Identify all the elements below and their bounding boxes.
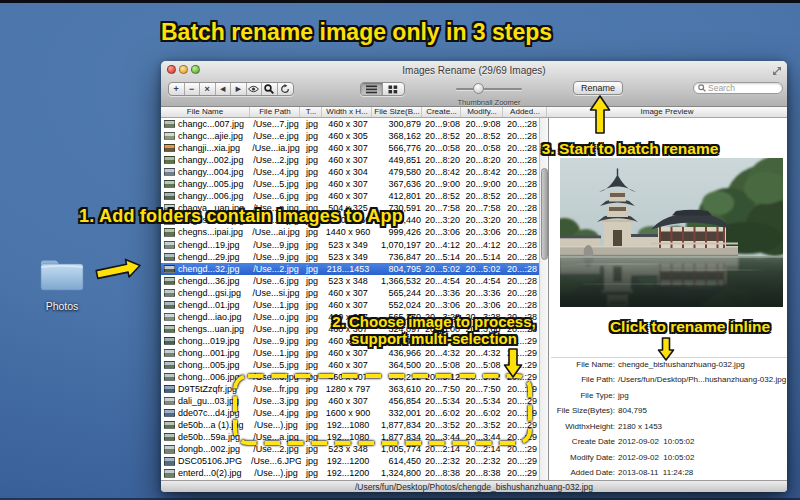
column-header[interactable]: File Name [161, 107, 250, 117]
file-added-cell: 20...:29 [504, 347, 539, 359]
file-name: chong...019.jpg [178, 335, 251, 347]
table-row[interactable]: chengd...01.jpg/Use...1.jpgjpg460 x 3075… [161, 299, 539, 311]
previous-button[interactable]: ◀ [216, 83, 232, 95]
table-row[interactable]: changy...004.jpg/Use...4.jpgjpg460 x 304… [161, 166, 539, 178]
table-row[interactable]: chengd...36.jpg/Use...6.jpgjpg523 x 3481… [161, 275, 539, 287]
file-type-cell: jpg [301, 226, 323, 238]
table-row[interactable]: chegns...ipai.jpg/Use...ai.jpgjpg1440 x … [161, 226, 539, 238]
search-field[interactable] [693, 82, 783, 94]
view-mode-segmented [360, 82, 405, 96]
metadata-value[interactable]: chengde_bishushanzhuang-032.jpg [618, 360, 786, 369]
file-dims-cell: 460 x 307 [323, 142, 373, 154]
slider-knob[interactable] [473, 83, 484, 94]
file-size-cell: 1,877,834 [373, 419, 421, 431]
column-header[interactable]: File Size(B... [373, 107, 422, 117]
file-size-cell: 552,024 [373, 299, 421, 311]
table-row[interactable]: chong...006.jpg/Use...6.jpgjpg460 x 3073… [161, 371, 539, 383]
file-name: chengs...uan.jpg [178, 323, 251, 335]
table-row[interactable]: D9T5tZzqfr.jpg/Use...fr.jpgjpg1280 x 797… [161, 383, 539, 395]
table-row[interactable]: changy...005.jpg/Use...5.jpgjpg460 x 307… [161, 178, 539, 190]
column-header[interactable]: Create... [423, 107, 461, 117]
hero-title: Batch rename image only in 3 steps [161, 19, 547, 46]
refresh-button[interactable] [278, 83, 294, 95]
column-header[interactable]: Width x H... [323, 107, 372, 117]
table-row[interactable]: DSC05106.JPG/Use...6.JPGjpg192...1200614… [161, 455, 539, 467]
file-name-cell: chengs...uan.jpg [162, 323, 251, 335]
metadata-row: File Size(Bytes):804,795 [549, 406, 788, 418]
metadata-label: Create Date [549, 437, 615, 446]
table-row[interactable]: changy...002.jpg/Use...2.jpgjpg460 x 307… [161, 154, 539, 166]
file-path-cell: /Use...2.jpg [251, 263, 301, 275]
file-path-cell: /Use...3.jpg [251, 395, 301, 407]
file-type-cell: jpg [301, 371, 323, 383]
column-header[interactable]: Modify... [462, 107, 503, 117]
grid-view-button[interactable] [383, 83, 405, 95]
add-button[interactable]: + [169, 83, 185, 95]
file-path-cell: /Use...4.jpg [251, 166, 301, 178]
file-modified-cell: 20...3:06 [462, 299, 504, 311]
file-added-cell: 20...:28 [504, 239, 539, 251]
file-thumbnail [164, 168, 175, 176]
file-thumbnail [164, 132, 175, 140]
table-row[interactable]: chengd...32.jpg/Use...2.jpgjpg218...1453… [161, 263, 539, 275]
file-created-cell: 20...8:52 [423, 130, 462, 142]
file-name: chengd...gsi.jpg [178, 287, 251, 299]
file-dims-cell: 1600 x 900 [323, 407, 373, 419]
file-size-cell: 479,580 [373, 166, 421, 178]
file-thumbnail [164, 120, 175, 128]
file-type-cell: jpg [301, 443, 323, 455]
file-thumbnail [164, 409, 175, 417]
table-row[interactable]: changy...006.jpg/Use...6.jpgjpg460 x 307… [161, 190, 539, 202]
file-created-cell: 20...3:06 [423, 226, 462, 238]
file-modified-cell: 20...2:14 [462, 443, 504, 455]
file-created-cell: 20...8:42 [423, 166, 462, 178]
list-view-button[interactable] [361, 83, 383, 95]
app-window: Images Rename (29/69 Images) +−×◀▶ [161, 61, 787, 492]
file-thumbnail [164, 265, 175, 273]
table-row[interactable]: chengd...19.jpg/Use...9.jpgjpg523 x 3491… [161, 239, 539, 251]
column-header[interactable]: Added... [504, 107, 547, 117]
remove-button[interactable]: − [185, 83, 201, 95]
table-row[interactable]: chengd...gsi.jpg/Use...si.jpgjpg460 x 30… [161, 287, 539, 299]
table-row[interactable]: dongb...002.jpg/Use...2.jpgjpg523 x 3481… [161, 443, 539, 455]
file-modified-cell: 20...2:32 [462, 455, 504, 467]
resize-grip-icon[interactable] [772, 66, 782, 76]
table-row[interactable]: enterd...0(2).jpg/Use...).jpgjpg192...12… [161, 467, 539, 479]
file-name-cell: chengd...gsi.jpg [162, 287, 251, 299]
column-header[interactable]: T... [301, 107, 322, 117]
preview-button[interactable] [247, 83, 263, 95]
table-row[interactable]: chong...001.jpg/Use...1.jpgjpg460 x 3074… [161, 347, 539, 359]
file-path-cell: /Use...).jpg [251, 467, 301, 479]
file-name: enterd...0(2).jpg [178, 467, 251, 479]
table-row[interactable]: dali_gu...03.jpg/Use...3.jpgjpg460 x 307… [161, 395, 539, 407]
table-row[interactable]: chengd...29.jpg/Use...9.jpgjpg523 x 3497… [161, 251, 539, 263]
rename-button[interactable]: Rename [573, 81, 623, 95]
column-header[interactable]: File Path [251, 107, 300, 117]
table-row[interactable]: de50b...59a.jpg/Use...a.jpgjpg192...1080… [161, 431, 539, 443]
metadata-row: File Type:jpg [549, 391, 788, 403]
thumbnail-zoom-slider[interactable] [456, 82, 522, 96]
table-row[interactable]: dde07c...d4.jpg/Use...4.jpgjpg1600 x 900… [161, 407, 539, 419]
file-thumbnail [164, 373, 175, 381]
table-row[interactable]: chong...005.jpg/Use...5.jpgjpg460 x 3073… [161, 359, 539, 371]
file-added-cell: 20...:28 [504, 275, 539, 287]
file-name: DSC05106.JPG [178, 455, 251, 467]
delete-button[interactable]: × [200, 83, 216, 95]
table-row[interactable]: changc...ajie.jpg/Use...e.jpgjpg460 x 30… [161, 130, 539, 142]
next-button[interactable]: ▶ [231, 83, 247, 95]
table-row[interactable]: de50b...a (1).jpg/Use...).jpgjpg192...10… [161, 419, 539, 431]
table-scrollbar[interactable] [539, 118, 548, 480]
desktop-folder[interactable]: Photos [36, 256, 88, 312]
scrollbar-thumb[interactable] [541, 168, 548, 260]
search-input[interactable] [706, 83, 776, 93]
file-name: chengd...19.jpg [178, 239, 251, 251]
file-modified-cell: 20...7:50 [462, 383, 504, 395]
file-size-cell: 736,847 [373, 251, 421, 263]
file-path-cell: /Use...2.jpg [251, 154, 301, 166]
file-created-cell: 20...2:14 [423, 443, 462, 455]
file-dims-cell: 192...1080 [323, 419, 373, 431]
file-thumbnail [164, 361, 175, 369]
inspect-button[interactable] [262, 83, 278, 95]
table-row[interactable]: changc...007.jpg/Use...7.jpgjpg460 x 307… [161, 118, 539, 130]
table-row[interactable]: changji...xia.jpg/Use...ia.jpgjpg460 x 3… [161, 142, 539, 154]
